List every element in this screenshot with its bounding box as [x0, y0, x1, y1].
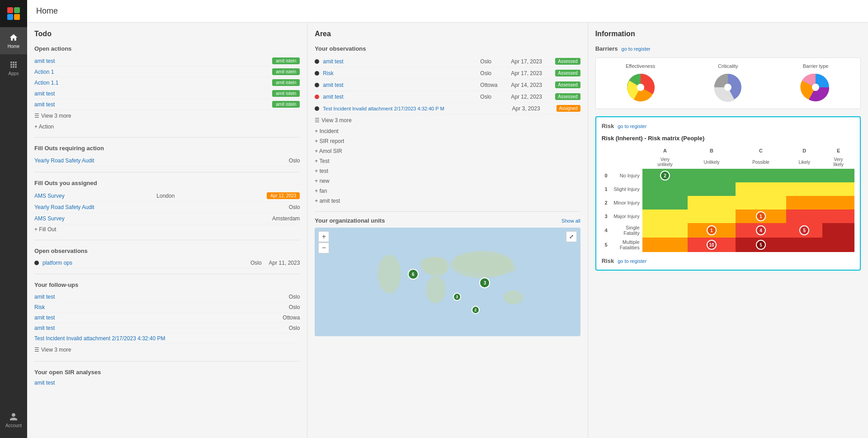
map-marker-1[interactable]: 6 [408, 269, 419, 280]
pie-effectiveness-label: Effectiveness [626, 63, 655, 69]
information-title: Information [595, 30, 861, 38]
followup-row-1: amit test Oslo [34, 292, 300, 302]
criticality-chart [712, 71, 744, 103]
area-obs-status-5: Assigned [557, 105, 580, 112]
action-link-1[interactable]: amit test [34, 58, 55, 64]
cell-num-3-c: 1 [756, 211, 766, 221]
area-obs-link-2[interactable]: Risk [323, 70, 476, 76]
risk-header: Risk go to register [602, 123, 854, 129]
area-obs-row-5: Test Incident Invalid attachment 2/17/20… [315, 103, 580, 114]
show-all-link[interactable]: Show all [561, 218, 580, 224]
action-link-5[interactable]: amit test [34, 101, 55, 108]
open-obs-link-1[interactable]: platform ops [42, 260, 72, 266]
sira-link[interactable]: amit test [34, 380, 55, 386]
sidebar-account[interactable]: Account [0, 406, 27, 433]
add-fan-button[interactable]: + fan [315, 186, 580, 196]
action-row: amit test amit istein [34, 99, 300, 110]
cell-0-a: 2 [642, 169, 688, 182]
risk-footer: Risk go to register [602, 257, 854, 264]
add-sir-button[interactable]: + SIR report [315, 136, 580, 146]
action-row: amit test amit istein [34, 56, 300, 67]
sidebar-item-apps[interactable]: Apps [0, 54, 27, 81]
action-link-2[interactable]: Action 1 [34, 69, 54, 75]
add-fillout-button[interactable]: + Fill Out [34, 224, 300, 234]
page-header: Home [27, 0, 868, 23]
area-obs-link-1[interactable]: amit test [323, 58, 476, 65]
action-badge-5: amit istein [272, 101, 300, 108]
matrix-row-5: 5 Multiple Fatalities 10 5 [602, 238, 854, 252]
fillout-assigned-link-1[interactable]: AMS Survey [34, 193, 65, 199]
area-obs-link-5[interactable]: Test Incident Invalid attachment 2/17/20… [323, 106, 508, 111]
view-more-actions[interactable]: ☰ View 3 more [34, 110, 300, 122]
barriers-go-register[interactable]: go to register [622, 46, 651, 52]
area-obs-link-4[interactable]: amit test [323, 94, 476, 100]
col-sub-e: Verylikely [822, 155, 854, 169]
svg-point-7 [637, 84, 644, 91]
add-amol-button[interactable]: + Amol SIR [315, 146, 580, 156]
map-marker-3[interactable]: 3 [453, 293, 461, 301]
followup-link-3[interactable]: amit test [34, 314, 55, 321]
followup-row-5: Test Incident Invalid attachment 2/17/20… [34, 333, 300, 344]
open-obs-loc-1: Oslo [250, 260, 262, 266]
risk-go-register-2[interactable]: go to register [618, 258, 646, 264]
fillout-requiring-link-1[interactable]: Yearly Road Safety Audit [34, 157, 94, 164]
fillout-date-badge-1: Apr 12, 2023 [267, 192, 300, 199]
add-action-button[interactable]: + Action [34, 122, 300, 132]
risk-go-register[interactable]: go to register [618, 124, 646, 129]
cell-3-c: 1 [736, 209, 787, 223]
cell-0-e [822, 169, 854, 182]
followups-title: Your follow-ups [34, 281, 300, 288]
area-obs-loc-4: Oslo [480, 94, 507, 100]
risk-footer-title: Risk [602, 257, 614, 264]
followup-link-1[interactable]: amit test [34, 294, 55, 300]
svg-point-5 [504, 290, 523, 305]
risk-matrix-table: A B C D E Veryunlikely Unlikely Possible [602, 146, 854, 252]
map-zoom-out[interactable]: − [318, 243, 329, 253]
map-zoom-in[interactable]: + [318, 231, 329, 242]
followup-link-2[interactable]: Risk [34, 304, 45, 310]
svg-point-11 [812, 84, 819, 91]
action-row: Action 1.1 amit istein [34, 77, 300, 88]
page-title: Home [36, 6, 58, 16]
cell-2-b [688, 196, 735, 209]
add-incident-button[interactable]: + Incident [315, 126, 580, 136]
cell-4-b: 1 [688, 223, 735, 238]
add-test2-button[interactable]: + test [315, 166, 580, 176]
action-link-4[interactable]: amit test [34, 90, 55, 97]
fillout-assigned-loc-1: London [156, 193, 175, 199]
risk-section: Risk go to register Risk (Inherent) - Ri… [595, 116, 861, 271]
action-link-3[interactable]: Action 1.1 [34, 80, 58, 86]
obs-dot-1 [34, 261, 39, 265]
information-column: Information Barriers go to register Effe… [588, 23, 868, 438]
cell-3-b [688, 209, 735, 223]
cell-5-d [786, 238, 822, 252]
barriers-header: Barriers go to register [595, 45, 861, 52]
sidebar-account-label: Account [5, 423, 22, 428]
todo-column: Todo Open actions amit test amit istein … [27, 23, 307, 438]
view-more-followups[interactable]: ☰ View 3 more [34, 344, 300, 356]
cell-4-a [642, 223, 688, 238]
map-marker-4[interactable]: 2 [472, 306, 480, 314]
sidebar-item-home[interactable]: Home [0, 27, 27, 54]
svg-point-9 [724, 84, 731, 91]
cell-num-5-c: 5 [756, 240, 766, 250]
fillout-assigned-link-2[interactable]: Yearly Road Safety Audit [34, 204, 94, 210]
area-obs-dot-1 [315, 59, 319, 64]
add-amit-button[interactable]: + amit test [315, 196, 580, 206]
cell-1-b [688, 182, 735, 196]
area-obs-link-3[interactable]: amit test [323, 82, 476, 88]
view-more-obs[interactable]: ☰ View 3 more [315, 114, 580, 126]
fillout-assigned-link-3[interactable]: AMS Survey [34, 215, 65, 222]
action-badge-3: amit istein [272, 79, 300, 86]
add-test-button[interactable]: + Test [315, 156, 580, 166]
obs-title: Your observations [315, 45, 580, 52]
open-obs-title: Open observations [34, 248, 300, 254]
area-obs-row-2: Risk Oslo Apr 17, 2023 Assessed [315, 67, 580, 79]
fill-outs-requiring-title: Fill Outs requiring action [34, 145, 300, 152]
map-expand[interactable]: ⤢ [566, 231, 577, 242]
followup-link-4[interactable]: amit test [34, 325, 55, 331]
followup-link-5[interactable]: Test Incident Invalid attachment 2/17/20… [34, 335, 165, 342]
risk-matrix-title: Risk (Inherent) - Risk matrix (People) [602, 135, 854, 142]
col-header-d: D [786, 146, 822, 155]
add-new-button[interactable]: + new [315, 176, 580, 186]
